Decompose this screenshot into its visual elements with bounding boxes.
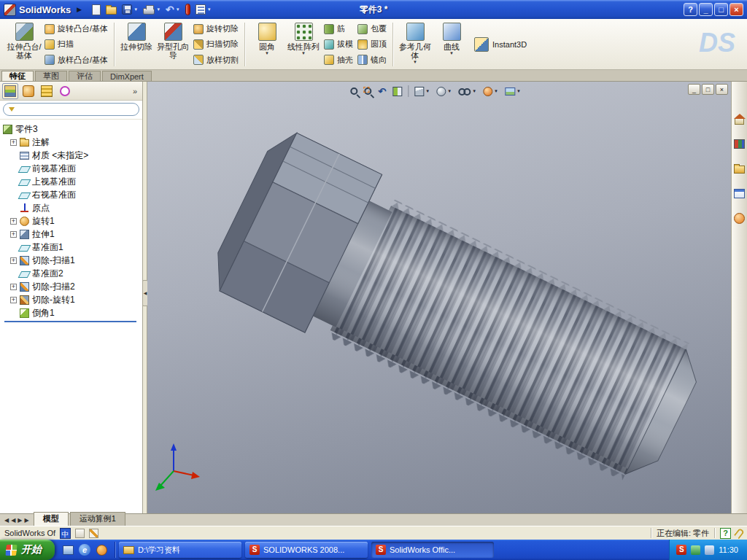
help-button[interactable]: ? [684,3,697,16]
loft-cut-button[interactable]: 放样切割 [191,54,241,66]
revolve-cut-button[interactable]: 旋转切除 [191,23,241,35]
close-button[interactable]: × [729,3,743,16]
menu-expand-icon[interactable]: ▶ [77,6,82,13]
dimxpert-manager-tab-button[interactable] [57,83,73,99]
previous-view-button[interactable]: ↶ [375,83,389,99]
undo-button[interactable]: ↶▼ [164,1,182,18]
quick-launch-media-button[interactable] [95,543,108,556]
curves-button[interactable]: 曲线 ▼ [433,20,470,69]
tray-icon-network[interactable] [691,545,700,555]
design-library-button[interactable] [732,137,747,150]
tree-item-chamfer1[interactable]: 倒角1 [3,306,141,319]
options-dropdown-icon[interactable]: ▼ [207,7,212,12]
instant3d-button[interactable]: Instant3D [470,20,531,69]
tab-model[interactable]: 模型 [34,512,69,526]
tree-item-top-plane[interactable]: 上视基准面 [3,175,141,188]
doc-restore-button[interactable]: □ [702,84,714,95]
print-dropdown-icon[interactable]: ▼ [156,7,160,12]
bolt-model[interactable] [147,82,731,513]
file-explorer-button[interactable] [732,162,747,175]
panel-overflow-button[interactable]: » [130,87,140,96]
wrap-button[interactable]: 包覆 [355,23,389,35]
start-button[interactable]: 开始 [0,540,55,560]
clock[interactable]: 11:30 [719,545,738,554]
tree-root-part[interactable]: 零件3 [3,122,141,136]
tree-item-material[interactable]: 材质 <未指定> [3,149,141,162]
curves-dropdown-icon[interactable]: ▼ [449,51,454,56]
pen-input-icon[interactable] [89,529,98,538]
expand-icon[interactable]: + [10,257,17,264]
hide-show-dropdown-icon[interactable]: ▼ [472,89,476,94]
draft-button[interactable]: 拔模 [322,38,355,50]
save-button[interactable]: ▼ [120,1,139,18]
dome-button[interactable]: 圆顶 [355,38,389,50]
options-button[interactable]: ▼ [194,1,213,18]
revolve-boss-button[interactable]: 旋转凸台/基体 [42,23,110,35]
minimize-button[interactable]: _ [699,3,713,16]
tree-item-annotations[interactable]: + 注解 [3,136,141,149]
hole-wizard-button[interactable]: 异型孔向导 [155,20,191,69]
tree-filter-input[interactable] [3,103,139,116]
tab-motion-study[interactable]: 运动算例1 [70,512,125,526]
tree-item-revolve1[interactable]: + 旋转1 [3,214,141,228]
extrude-cut-button[interactable]: 拉伸切除 [118,20,155,69]
graphics-viewport[interactable]: ↶ ▼ ▼ ▼ ▼ ▼ _ □ × [147,82,731,513]
property-manager-tab-button[interactable] [20,83,36,99]
section-view-button[interactable] [390,83,405,99]
tab-sketch[interactable]: 草图 [35,71,67,81]
fillet-dropdown-icon[interactable]: ▼ [265,51,269,56]
save-dropdown-icon[interactable]: ▼ [133,7,138,12]
linear-pattern-dropdown-icon[interactable]: ▼ [301,51,306,56]
extrude-boss-button[interactable]: 拉伸凸台/基体 [6,20,42,69]
tray-icon-volume[interactable] [705,545,714,555]
tab-dimxpert[interactable]: DimXpert [102,71,152,81]
appearance-dropdown-icon[interactable]: ▼ [494,89,498,94]
configuration-manager-tab-button[interactable] [39,83,55,99]
display-style-button[interactable]: ▼ [433,83,454,99]
zoom-fit-button[interactable] [347,83,360,99]
rib-button[interactable]: 筋 [322,23,347,35]
sweep-boss-button[interactable]: 扫描 [42,38,76,50]
quick-launch-ie-button[interactable]: e [78,543,91,556]
tab-features[interactable]: 特征 [1,71,34,81]
undo-dropdown-icon[interactable]: ▼ [176,7,180,12]
scene-dropdown-icon[interactable]: ▼ [516,89,521,94]
print-button[interactable]: ▼ [142,1,162,18]
appearances-button[interactable] [732,211,747,225]
mirror-button[interactable]: 镜向 [355,54,389,66]
tree-item-extrude1[interactable]: + 拉伸1 [3,228,141,241]
tab-nav-prev-button[interactable]: ◀ [11,517,15,524]
expand-icon[interactable]: + [10,297,17,303]
expand-icon[interactable]: + [10,231,17,238]
apply-scene-button[interactable]: ▼ [502,83,524,99]
reference-geometry-dropdown-icon[interactable]: ▼ [413,60,417,65]
view-palette-button[interactable] [732,187,747,200]
loft-boss-button[interactable]: 放样凸台/基体 [42,54,110,66]
shell-button[interactable]: 抽壳 [322,54,355,66]
taskbar-item-solidworks-office[interactable]: S SolidWorks Offic... [371,542,494,558]
tree-item-cut-sweep2[interactable]: + 切除-扫描2 [3,280,141,293]
doc-minimize-button[interactable]: _ [688,84,700,95]
fillet-button[interactable]: 圆角 ▼ [249,20,285,69]
tree-item-front-plane[interactable]: 前视基准面 [3,162,141,175]
resources-home-button[interactable] [732,112,747,125]
resources-button[interactable] [184,1,192,18]
taskbar-item-solidworks-installer[interactable]: S SOLIDWORKS 2008... [245,542,368,558]
zoom-area-button[interactable] [361,83,374,99]
expand-icon[interactable]: + [10,218,17,225]
hide-show-items-button[interactable]: ▼ [455,83,479,99]
tab-nav-last-button[interactable]: ▶ [24,517,28,524]
keyboard-icon[interactable] [75,529,85,538]
tab-nav-first-button[interactable]: ◀ [4,517,9,524]
quick-launch-desktop-button[interactable] [61,543,74,556]
doc-close-button[interactable]: × [716,84,728,95]
rollback-bar[interactable] [4,321,136,322]
edit-appearance-button[interactable]: ▼ [480,83,501,99]
taskbar-item-folder[interactable]: D:\学习资料 [119,542,241,558]
restore-button[interactable]: □ [714,3,728,16]
tab-nav-next-button[interactable]: ▶ [18,517,22,524]
tree-item-cut-revolve1[interactable]: + 切除-旋转1 [3,293,141,306]
display-style-dropdown-icon[interactable]: ▼ [447,89,452,94]
attachment-clip-icon[interactable] [734,527,745,539]
open-button[interactable] [104,1,118,18]
